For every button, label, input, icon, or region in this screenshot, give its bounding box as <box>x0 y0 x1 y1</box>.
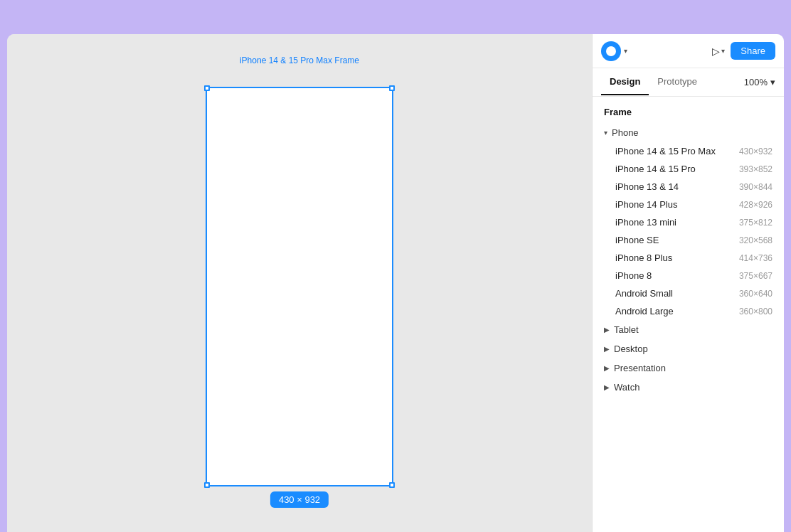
frame-item-row[interactable]: iPhone 14 Plus428×926 <box>593 196 784 213</box>
avatar-button[interactable] <box>601 41 621 61</box>
frame-item-size: 428×926 <box>739 200 773 210</box>
category-row-desktop[interactable]: ▶Desktop <box>593 339 784 358</box>
category-label-0: Phone <box>612 127 639 138</box>
frame-item-row[interactable]: iPhone 8 Plus414×736 <box>593 249 784 267</box>
frame-item-size: 375×812 <box>739 218 773 228</box>
category-row-presentation[interactable]: ▶Presentation <box>593 358 784 378</box>
category-row-phone[interactable]: ▾Phone <box>593 123 784 142</box>
top-bar <box>0 0 791 34</box>
frame-item-name: iPhone 8 Plus <box>615 252 672 263</box>
category-label-1: Tablet <box>614 324 639 335</box>
frame-label: iPhone 14 & 15 Pro Max Frame <box>240 55 359 65</box>
corner-handle-tr[interactable] <box>389 85 395 91</box>
frame-item-row[interactable]: iPhone 13 & 14390×844 <box>593 178 784 196</box>
share-button[interactable]: Share <box>731 42 775 60</box>
tab-design[interactable]: Design <box>601 69 649 95</box>
category-row-tablet[interactable]: ▶Tablet <box>593 320 784 339</box>
zoom-chevron-icon: ▾ <box>770 77 775 87</box>
frame-item-row[interactable]: iPhone 13 mini375×812 <box>593 213 784 231</box>
caret-icon-4: ▶ <box>604 383 610 391</box>
frame-item-name: iPhone 8 <box>615 270 652 281</box>
frame-item-row[interactable]: Android Large360×800 <box>593 302 784 320</box>
frame-item-name: iPhone 14 & 15 Pro Max <box>615 146 716 156</box>
caret-icon-0: ▾ <box>604 129 607 137</box>
frame-item-size: 360×800 <box>739 307 773 316</box>
zoom-value: 100% <box>744 77 768 87</box>
frame-wrapper: 430 × 932 <box>206 87 393 486</box>
zoom-control[interactable]: 100% ▾ <box>744 77 775 87</box>
panel-header: ▾ ▷ ▾ Share <box>593 34 784 68</box>
frame-item-name: iPhone SE <box>615 235 659 245</box>
avatar-icon <box>606 46 616 56</box>
frame-item-name: Android Large <box>615 306 674 316</box>
frame-item-row[interactable]: iPhone 14 & 15 Pro Max430×932 <box>593 142 784 160</box>
caret-icon-2: ▶ <box>604 345 610 353</box>
frame-size-badge: 430 × 932 <box>270 491 329 508</box>
frame-item-size: 430×932 <box>739 147 773 156</box>
panel-content: Frame ▾PhoneiPhone 14 & 15 Pro Max430×93… <box>593 97 784 532</box>
avatar-chevron-icon[interactable]: ▾ <box>624 47 627 55</box>
corner-handle-br[interactable] <box>389 482 395 488</box>
frame-item-name: iPhone 13 mini <box>615 217 676 228</box>
canvas-area: iPhone 14 & 15 Pro Max Frame 430 × 932 <box>7 34 592 532</box>
frame-item-row[interactable]: iPhone SE320×568 <box>593 231 784 249</box>
main-area: iPhone 14 & 15 Pro Max Frame 430 × 932 ▾… <box>7 34 784 532</box>
panel-tabs-row: Design Prototype 100% ▾ <box>593 68 784 97</box>
frame-item-size: 320×568 <box>739 235 773 245</box>
frame-item-name: Android Small <box>615 288 673 299</box>
play-chevron-icon: ▾ <box>721 47 725 55</box>
category-label-4: Watch <box>614 382 639 393</box>
corner-handle-tl[interactable] <box>204 85 210 91</box>
frame-item-row[interactable]: iPhone 14 & 15 Pro393×852 <box>593 160 784 178</box>
frame-item-size: 375×667 <box>739 271 773 281</box>
right-panel: ▾ ▷ ▾ Share Design Prototype 100% ▾ Fram… <box>592 34 784 532</box>
frame-item-name: iPhone 14 Plus <box>615 199 677 210</box>
caret-icon-3: ▶ <box>604 364 610 372</box>
frame-item-size: 360×640 <box>739 289 773 299</box>
frame-item-row[interactable]: iPhone 8375×667 <box>593 267 784 284</box>
category-label-2: Desktop <box>614 344 648 354</box>
category-row-watch[interactable]: ▶Watch <box>593 378 784 397</box>
frame-item-size: 393×852 <box>739 164 773 174</box>
section-title-frame: Frame <box>593 97 784 123</box>
corner-handle-bl[interactable] <box>204 482 210 488</box>
caret-icon-1: ▶ <box>604 326 610 334</box>
frame-item-size: 414×736 <box>739 253 773 263</box>
play-button[interactable]: ▷ ▾ <box>712 46 725 57</box>
frame-item-size: 390×844 <box>739 182 773 192</box>
frame-box <box>206 87 393 486</box>
play-icon: ▷ <box>712 46 720 57</box>
category-label-3: Presentation <box>614 363 666 373</box>
frame-item-name: iPhone 13 & 14 <box>615 181 679 192</box>
categories-container: ▾PhoneiPhone 14 & 15 Pro Max430×932iPhon… <box>593 123 784 397</box>
frame-item-row[interactable]: Android Small360×640 <box>593 284 784 302</box>
tab-prototype[interactable]: Prototype <box>649 69 706 95</box>
frame-item-name: iPhone 14 & 15 Pro <box>615 164 696 174</box>
